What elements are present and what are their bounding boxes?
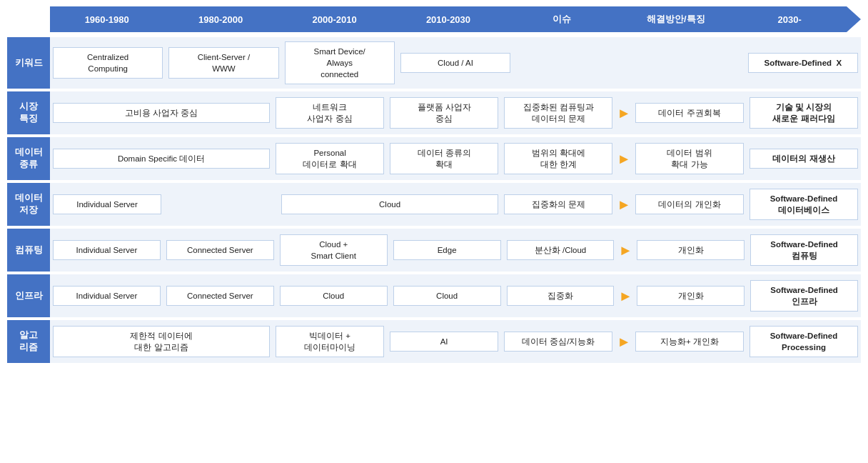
cell-c7: Software-Defined컴퓨팅	[750, 234, 858, 266]
cell-i4: Cloud	[393, 286, 501, 306]
arrow-ds: ►	[615, 196, 632, 213]
cell-i6: 개인화	[637, 286, 745, 306]
col-k4: Cloud / AI	[398, 51, 513, 74]
col-i3: Cloud	[277, 284, 390, 307]
cell-i1: Individual Server	[53, 286, 161, 306]
label-infra: 인프라	[7, 274, 50, 317]
col-k6	[629, 61, 745, 64]
col-dt4: 데이터 종류의확대	[387, 141, 501, 176]
row-keyword: 키워드 CentralizedComputing Client-Server /…	[7, 37, 861, 89]
col-m7: 기술 및 시장의새로운 패러다임	[747, 96, 861, 130]
col-ds7: Software-Defined데이터베이스	[747, 187, 861, 221]
content-keyword: CentralizedComputing Client-Server /WWW …	[50, 37, 861, 89]
label-keyword: 키워드	[7, 37, 50, 89]
cell-m12: 고비용 사업자 중심	[53, 103, 270, 123]
cell-dt3: Personal데이터로 확대	[276, 143, 384, 174]
cell-m3: 네트워크사업자 중심	[276, 97, 384, 129]
col-k3: Smart Device/Alwaysconnected	[282, 40, 398, 86]
cell-c4: Edge	[393, 240, 501, 260]
row-datatype: 데이터종류 Domain Specific 데이터 Personal데이터로 확…	[7, 137, 861, 180]
row-algorithm: 알고리즘 제한적 데이터에대한 알고리즘 빅데이터 +데이터마이닝 AI 데이터…	[7, 320, 861, 363]
cell-c6: 개인화	[637, 240, 745, 260]
cell-a5: 데이터 중심/지능화	[504, 332, 612, 352]
period-6: 해결방안/특징	[619, 13, 732, 26]
timeline-header: 1960-1980 1980-2000 2000-2010 2010-2030 …	[7, 6, 861, 33]
cell-i7: Software-Defined인프라	[750, 280, 858, 312]
period-5: 이슈	[505, 13, 619, 26]
cell-a3: 빅데이터 +데이터마이닝	[276, 326, 384, 357]
cell-i5: 집중화	[507, 286, 615, 306]
col-c5: 분산화 /Cloud	[504, 239, 617, 262]
cell-k2: Client-Server /WWW	[168, 47, 278, 79]
arrow-m: ►	[615, 105, 632, 121]
label-datatype: 데이터종류	[7, 137, 50, 180]
arrow-icon-i: ►	[618, 288, 632, 304]
cell-k3: Smart Device/Alwaysconnected	[285, 41, 395, 84]
arrow-icon-m: ►	[617, 105, 631, 121]
arrow-dt: ►	[615, 151, 632, 167]
content-datastorage: Individual Server Cloud 집중화의 문제 ► 데이터의 개…	[50, 183, 861, 226]
col-a7: Software-DefinedProcessing	[747, 324, 861, 359]
cell-ds34: Cloud	[281, 194, 498, 214]
col-c3: Cloud +Smart Client	[277, 233, 390, 267]
col-c7: Software-Defined컴퓨팅	[747, 233, 861, 267]
col-dt5: 범위의 확대에대한 한계	[501, 141, 615, 176]
cell-dt6: 데이터 범위확대 가능	[635, 143, 744, 174]
cell-c3: Cloud +Smart Client	[280, 234, 388, 266]
cell-dt12: Domain Specific 데이터	[53, 149, 270, 169]
arrow-icon-c: ►	[618, 242, 632, 259]
cell-dt4: 데이터 종류의확대	[390, 143, 498, 174]
col-ds6: 데이터의 개인화	[632, 193, 747, 216]
col-m6: 데이터 주권회복	[632, 101, 747, 124]
col-c2: Connected Server	[163, 239, 277, 262]
col-k7: Software-Defined X	[745, 51, 861, 74]
cell-ds7: Software-Defined데이터베이스	[750, 189, 858, 220]
cell-m6: 데이터 주권회복	[635, 103, 744, 123]
label-market: 시장특징	[7, 91, 50, 134]
cell-i2: Connected Server	[166, 286, 274, 306]
col-m12: 고비용 사업자 중심	[50, 101, 273, 124]
col-a3: 빅데이터 +데이터마이닝	[273, 324, 387, 359]
col-a12: 제한적 데이터에대한 알고리즘	[50, 324, 273, 359]
col-a6: 지능화+ 개인화	[632, 330, 747, 353]
cell-ds1: Individual Server	[53, 194, 161, 214]
cell-ds6: 데이터의 개인화	[635, 194, 744, 214]
row-computing: 컴퓨팅 Individual Server Connected Server C…	[7, 229, 861, 272]
cell-m5: 집중화된 컴퓨팅과데이터의 문제	[504, 97, 612, 129]
col-i1: Individual Server	[50, 284, 163, 307]
cell-i3: Cloud	[280, 286, 388, 306]
cell-c5: 분산화 /Cloud	[507, 240, 615, 260]
col-ds5: 집중화의 문제	[501, 193, 615, 216]
cell-k4: Cloud / AI	[400, 53, 510, 73]
cell-m7: 기술 및 시장의새로운 패러다임	[750, 97, 858, 129]
col-i4: Cloud	[390, 284, 504, 307]
row-datastorage: 데이터저장 Individual Server Cloud 집중화의 문제 ► …	[7, 183, 861, 226]
content-datatype: Domain Specific 데이터 Personal데이터로 확대 데이터 …	[50, 137, 861, 180]
col-m3: 네트워크사업자 중심	[273, 96, 387, 130]
col-i2: Connected Server	[163, 284, 277, 307]
content-algorithm: 제한적 데이터에대한 알고리즘 빅데이터 +데이터마이닝 AI 데이터 중심/지…	[50, 320, 861, 363]
col-m5: 집중화된 컴퓨팅과데이터의 문제	[501, 96, 615, 130]
col-dt6: 데이터 범위확대 가능	[632, 141, 747, 176]
col-k2: Client-Server /WWW	[166, 46, 281, 80]
content-market: 고비용 사업자 중심 네트워크사업자 중심 플랫폼 사업자중심 집중화된 컴퓨팅…	[50, 91, 861, 134]
col-i6: 개인화	[634, 284, 747, 307]
cell-ds5: 집중화의 문제	[504, 194, 612, 214]
period-3: 2000-2010	[278, 14, 391, 25]
arrow-a: ►	[615, 334, 632, 350]
cell-c1: Individual Server	[53, 240, 161, 260]
arrow-icon-a: ►	[617, 334, 631, 350]
col-a4: AI	[387, 330, 501, 353]
cell-k1: CentralizedComputing	[53, 47, 163, 79]
period-7: 2030-	[733, 14, 847, 25]
cell-dt7: 데이터의 재생산	[750, 149, 858, 169]
arrow-c: ►	[617, 242, 634, 259]
cell-a6: 지능화+ 개인화	[635, 332, 744, 352]
col-k1: CentralizedComputing	[50, 46, 166, 80]
col-ds34: Cloud	[278, 193, 501, 216]
period-2: 1980-2000	[163, 14, 277, 25]
cell-a7: Software-DefinedProcessing	[750, 326, 858, 357]
cell-m4: 플랫폼 사업자중심	[390, 97, 498, 129]
col-dt12: Domain Specific 데이터	[50, 147, 273, 170]
period-1: 1960-1980	[50, 14, 163, 25]
